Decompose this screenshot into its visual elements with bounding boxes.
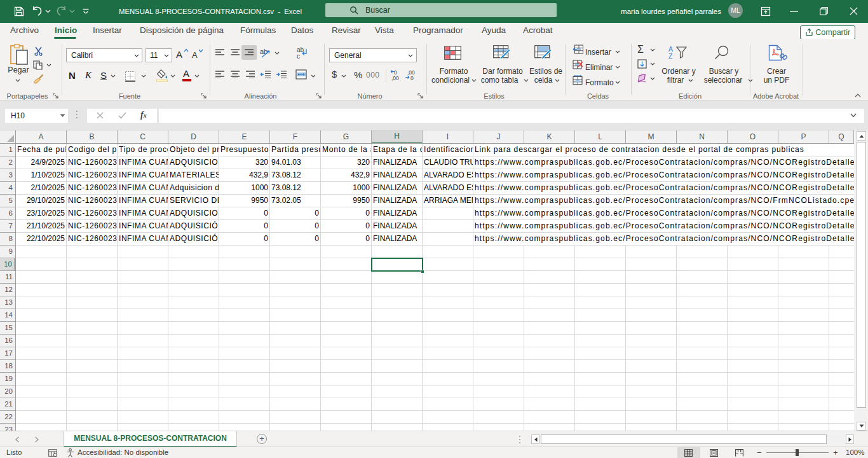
svg-text:0: 0 (410, 75, 414, 81)
svg-text:Z: Z (668, 52, 673, 59)
svg-text:c: c (297, 53, 300, 59)
svg-text:ab: ab (260, 48, 268, 55)
svg-text:,00: ,00 (391, 75, 399, 81)
